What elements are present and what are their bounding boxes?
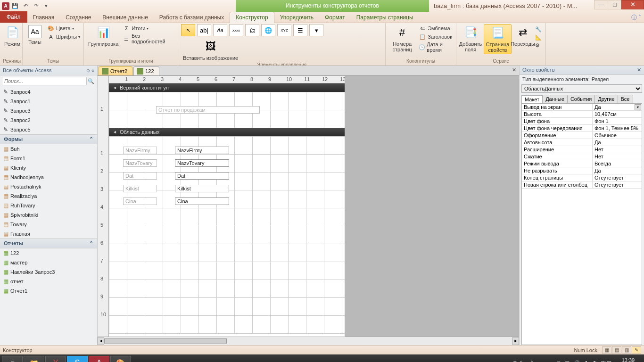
nav-form-item[interactable]: ▤Form1 (0, 154, 97, 163)
doctab-122[interactable]: 122 (133, 66, 159, 75)
pagenum-button[interactable]: #Номера страниц (388, 24, 416, 53)
totals-button[interactable]: ΣИтоги▾ (122, 24, 175, 33)
tab-home[interactable]: Главная (27, 12, 60, 23)
ctrl-more[interactable]: ☰ (293, 24, 307, 36)
tab-arrange[interactable]: Упорядочить (274, 12, 319, 23)
property-row[interactable]: Не разрыватьДа (522, 167, 642, 174)
nav-report-item[interactable]: ▦Отчет1 (0, 286, 97, 296)
service-btn2[interactable]: 📐 (534, 34, 543, 41)
nav-query-item[interactable]: ✎Запрос5 (0, 125, 97, 134)
qat-save-icon[interactable]: 💾 (10, 1, 20, 11)
field-label[interactable]: NazvTovary (123, 159, 157, 167)
view-layout-button[interactable]: ▥ (622, 346, 631, 354)
close-button[interactable]: ✕ (621, 0, 644, 9)
nav-report-item[interactable]: ▦122 (0, 248, 97, 258)
qat-redo-icon[interactable]: ↷ (31, 1, 41, 11)
nav-dropdown-icon[interactable]: ⊙ (86, 68, 90, 73)
minimize-button[interactable]: — (594, 0, 608, 9)
property-row[interactable]: СжатиеНет (522, 153, 642, 160)
dropdown-icon[interactable]: ▾ (635, 104, 641, 110)
insert-image-button[interactable]: 🖼Вставить изображение (181, 38, 240, 62)
property-row[interactable]: АвтовысотаДа (522, 139, 642, 146)
nav-form-item[interactable]: ▤Spivrobitniki (0, 210, 97, 220)
report-title-label[interactable]: Отчет по продажам (156, 106, 260, 114)
ctrl-dropdown[interactable]: ▾ (309, 24, 323, 36)
field-label[interactable]: Kilkist (123, 185, 157, 192)
nav-form-item[interactable]: ▤Towary (0, 220, 97, 229)
field-label[interactable]: NazvFirmy (123, 147, 157, 154)
taskbar-paint[interactable]: 🎨 (110, 356, 131, 362)
tab-dbtools[interactable]: Работа с базами данных (154, 12, 230, 23)
field-textbox[interactable]: Dat (175, 172, 229, 180)
maximize-button[interactable]: □ (608, 0, 622, 9)
nav-collapse-icon[interactable]: « (91, 67, 94, 73)
view-design-button[interactable]: ✎ (632, 346, 641, 354)
property-row[interactable]: Вывод на экранДа▾ (522, 104, 642, 111)
qat-customize-icon[interactable]: ▾ (41, 1, 51, 11)
nav-report-item[interactable]: ▦Наклейки Запрос3 (0, 267, 97, 277)
propsheet-button[interactable]: 📃Страница свойств (484, 24, 512, 54)
tray-icon[interactable]: ⚑ (593, 360, 597, 362)
field-label[interactable]: Dat (123, 172, 157, 180)
nav-form-item[interactable]: ▤Главная (0, 229, 97, 239)
pageheader-section[interactable]: Отчет по продажам (109, 92, 345, 128)
tab-create[interactable]: Создание (60, 12, 97, 23)
tray-icon[interactable]: 🖧 (584, 360, 589, 362)
themes-button[interactable]: AaТемы (25, 24, 44, 46)
property-row[interactable]: Режим выводаВсегда (522, 160, 642, 167)
doctab-close-icon[interactable]: ✕ (512, 67, 516, 73)
ctrl-textbox[interactable]: ab| (197, 24, 211, 36)
tray-toolbar-icon[interactable]: ▸ (550, 360, 553, 362)
nav-form-item[interactable]: ▤Realizaciya (0, 191, 97, 201)
service-btn3[interactable]: ⚙ (534, 42, 543, 49)
search-icon[interactable]: 🔍 (87, 78, 95, 84)
colors-button[interactable]: 🎨Цвета▾ (46, 24, 81, 33)
nav-form-item[interactable]: ▤Postachalnyk (0, 182, 97, 191)
service-btn1[interactable]: 🔧 (534, 26, 543, 33)
nodetails-button[interactable]: ☰Без подробностей (122, 33, 175, 45)
propsheet-tab[interactable]: Другие (594, 95, 618, 103)
nav-group-forms[interactable]: Формы⌃ (0, 134, 97, 144)
nav-form-item[interactable]: ▤Buh (0, 144, 97, 154)
propsheet-tab[interactable]: Макет (521, 95, 543, 103)
taskbar-explorer[interactable]: 📁 (24, 356, 44, 362)
field-textbox[interactable]: Kilkist (175, 185, 229, 192)
view-report-button[interactable]: ▦ (602, 346, 611, 354)
view-preview-button[interactable]: ▤ (612, 346, 621, 354)
section-pageheader-bar[interactable]: ◄Верхний колонтитул (109, 83, 345, 92)
horizontal-scrollbar[interactable]: ◄ ► (98, 337, 519, 345)
tray-icon[interactable]: 🔊 (573, 360, 580, 362)
header-button[interactable]: 📋Заголовок (418, 33, 453, 41)
nav-header[interactable]: Все объекты Access ⊙ « (0, 66, 97, 75)
tab-external[interactable]: Внешние данные (97, 12, 154, 23)
datetime-button[interactable]: 🕒Дата и время (418, 41, 453, 53)
view-button[interactable]: 📄Режим (3, 24, 22, 48)
field-textbox[interactable]: NazvTovary (175, 159, 229, 167)
nav-query-item[interactable]: ✎Запрос1 (0, 97, 97, 106)
property-row[interactable]: РасширениеНет (522, 146, 642, 153)
field-label[interactable]: Cina (123, 197, 157, 205)
taskbar-skype[interactable]: S (67, 356, 88, 362)
property-row[interactable]: ОформлениеОбычное (522, 132, 642, 139)
tray-icon[interactable]: 🛡 (564, 360, 570, 362)
start-button[interactable]: ⊞ (2, 356, 23, 362)
property-row[interactable]: Новая строка или столбецОтсутствует (522, 181, 642, 189)
ctrl-hyperlink[interactable]: 🌐 (261, 24, 275, 36)
tray-lang[interactable]: РУС (601, 360, 611, 362)
nav-form-item[interactable]: ▤Nadhodjennya (0, 173, 97, 182)
taskbar-access[interactable]: A (89, 356, 109, 362)
nav-form-item[interactable]: ▤Klienty (0, 163, 97, 173)
ctrl-button[interactable]: xxxx (229, 24, 243, 36)
taborder-button[interactable]: ⇄Переходы (513, 24, 532, 48)
scroll-left-icon[interactable]: ◄ (98, 337, 104, 345)
taskbar-desktop-label[interactable]: Рабочий стол (513, 360, 546, 362)
tab-format[interactable]: Формат (319, 12, 351, 23)
addfields-button[interactable]: 📑Добавить поля (459, 24, 482, 53)
doctab-report2[interactable]: Отчет2 (99, 66, 132, 75)
propsheet-tab[interactable]: Все (618, 95, 633, 103)
ctrl-label[interactable]: Aa (213, 24, 227, 36)
nav-report-item[interactable]: ▦мастер (0, 258, 97, 267)
nav-report-item[interactable]: ▦отчет (0, 277, 97, 286)
field-textbox[interactable]: NazvFirmy (175, 147, 229, 154)
propsheet-close-icon[interactable]: ✕ (637, 67, 641, 73)
